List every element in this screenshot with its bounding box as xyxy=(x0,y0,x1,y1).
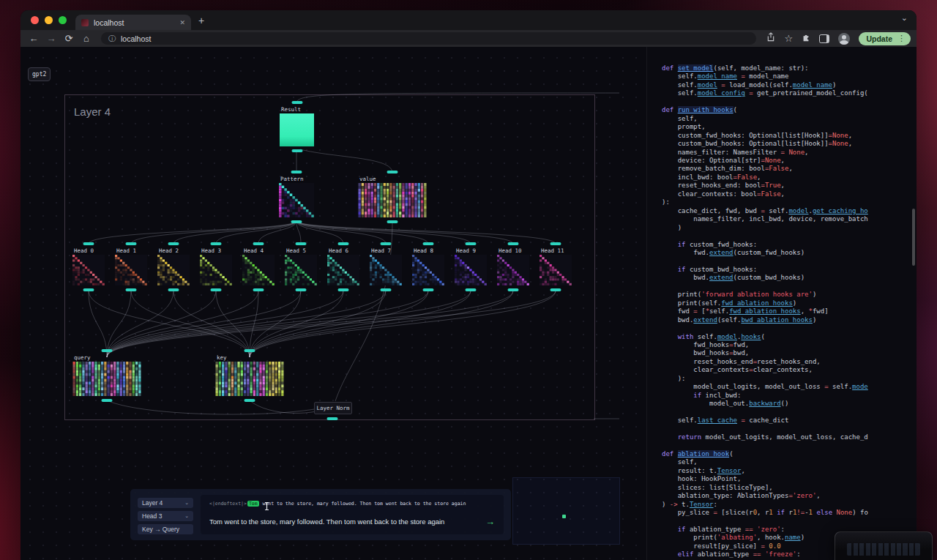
head-label: Head 7 xyxy=(371,247,391,254)
reload-icon[interactable]: ⟳ xyxy=(61,31,76,46)
tab-search-chevron-icon[interactable]: ⌄ xyxy=(901,13,908,23)
profile-avatar[interactable] xyxy=(838,33,850,45)
port xyxy=(508,242,519,245)
head-heatmap[interactable] xyxy=(455,255,487,285)
head-node-4[interactable]: Head 4 xyxy=(242,255,275,285)
head-heatmap[interactable] xyxy=(200,255,232,285)
browser-window: localhost ✕ + ⌄ ← → ⟳ ⌂ ⓘ localhost ☆ xyxy=(20,10,917,560)
layer-title: Layer 4 xyxy=(74,105,111,118)
key-heatmap[interactable] xyxy=(215,362,284,396)
model-chip[interactable]: gpt2 xyxy=(28,67,51,81)
desktop-wallpaper: localhost ✕ + ⌄ ← → ⟳ ⌂ ⓘ localhost ☆ xyxy=(0,0,937,560)
port xyxy=(126,288,137,291)
query-heatmap[interactable] xyxy=(72,362,141,396)
port xyxy=(466,288,477,291)
address-bar[interactable]: ⓘ localhost xyxy=(101,32,756,45)
port xyxy=(381,288,392,291)
back-icon[interactable]: ← xyxy=(26,31,41,46)
head-node-8[interactable]: Head 8 xyxy=(412,255,444,285)
head-node-7[interactable]: Head 7 xyxy=(370,255,402,285)
result-node[interactable]: Result xyxy=(280,113,314,146)
bookmark-star-icon[interactable]: ☆ xyxy=(781,31,796,46)
port xyxy=(291,220,302,223)
graph-canvas[interactable]: gpt2 Layer 4 Result Pattern xyxy=(20,47,647,560)
side-panel xyxy=(512,477,620,545)
browser-toolbar: ← → ⟳ ⌂ ⓘ localhost ☆ Update ⋮ xyxy=(20,30,917,47)
port xyxy=(83,288,94,291)
head-select[interactable]: Head 3 ⌄ xyxy=(138,511,193,521)
head-heatmap[interactable] xyxy=(285,255,317,285)
share-icon[interactable] xyxy=(764,31,778,46)
minimize-window-button[interactable] xyxy=(45,16,53,24)
port xyxy=(291,101,302,104)
head-node-3[interactable]: Head 3 xyxy=(200,255,232,285)
window-controls xyxy=(20,16,75,24)
head-node-11[interactable]: Head 11 xyxy=(540,255,572,285)
value-node[interactable]: value xyxy=(358,183,427,217)
home-icon[interactable]: ⌂ xyxy=(79,31,94,46)
head-heatmap[interactable] xyxy=(242,255,275,285)
update-button[interactable]: Update ⋮ xyxy=(859,32,911,45)
menu-kebab-icon[interactable]: ⋮ xyxy=(895,34,908,43)
port xyxy=(244,399,255,402)
head-heatmap[interactable] xyxy=(157,255,190,285)
layer-select[interactable]: Layer 4 ⌄ xyxy=(138,498,193,508)
head-heatmap[interactable] xyxy=(72,255,105,285)
submit-button[interactable]: → xyxy=(482,516,498,527)
head-label: Head 0 xyxy=(74,247,94,254)
pattern-label: Pattern xyxy=(280,176,304,182)
head-node-6[interactable]: Head 6 xyxy=(327,255,359,285)
prompt-input[interactable]: Tom went to the store, mary followed. Th… xyxy=(209,518,482,526)
head-node-9[interactable]: Head 9 xyxy=(455,255,487,285)
text-cursor xyxy=(264,501,270,514)
port xyxy=(338,242,349,245)
key-node[interactable]: key xyxy=(215,362,284,396)
io-area: <|endoftext|>Tom went to the store, mary… xyxy=(201,495,504,534)
value-heatmap[interactable] xyxy=(358,183,427,217)
head-node-2[interactable]: Head 2 xyxy=(157,255,190,285)
site-info-icon[interactable]: ⓘ xyxy=(108,34,116,44)
mode-select[interactable]: Key → Query xyxy=(138,524,193,534)
tab-close-icon[interactable]: ✕ xyxy=(179,19,185,26)
head-label: Head 3 xyxy=(201,247,221,254)
side-panel-icon[interactable] xyxy=(819,34,829,43)
page-content: gpt2 Layer 4 Result Pattern xyxy=(20,47,917,560)
tab-strip: localhost ✕ + ⌄ xyxy=(20,10,917,30)
close-window-button[interactable] xyxy=(31,16,39,24)
port xyxy=(102,349,113,352)
head-heatmap[interactable] xyxy=(412,255,444,285)
forward-icon[interactable]: → xyxy=(44,31,59,46)
port xyxy=(168,288,179,291)
head-node-10[interactable]: Head 10 xyxy=(497,255,529,285)
mode-select-value: Key → Query xyxy=(142,526,179,533)
browser-tab[interactable]: localhost ✕ xyxy=(75,15,191,30)
port xyxy=(168,242,179,245)
head-node-1[interactable]: Head 1 xyxy=(115,255,147,285)
new-tab-button[interactable]: + xyxy=(191,15,212,26)
port xyxy=(211,288,222,291)
maximize-window-button[interactable] xyxy=(59,16,67,24)
query-node[interactable]: query xyxy=(72,362,141,396)
extensions-puzzle-icon[interactable] xyxy=(799,31,813,46)
result-heatmap[interactable] xyxy=(280,113,314,146)
head-heatmap[interactable] xyxy=(115,255,147,285)
scrollbar-thumb[interactable] xyxy=(912,209,915,266)
head-node-0[interactable]: Head 0 xyxy=(72,255,105,285)
layernorm-node[interactable]: Layer Norm xyxy=(314,402,351,414)
pattern-node[interactable]: Pattern xyxy=(279,183,314,217)
head-heatmap[interactable] xyxy=(497,255,529,285)
port xyxy=(423,288,434,291)
head-heatmap[interactable] xyxy=(370,255,402,285)
pattern-heatmap[interactable] xyxy=(279,183,314,217)
port xyxy=(327,417,338,420)
port xyxy=(291,149,302,152)
head-heatmap[interactable] xyxy=(327,255,359,285)
pip-window[interactable] xyxy=(835,531,933,560)
token-strip[interactable]: <|endoftext|>Tom went to the store, mary… xyxy=(209,501,498,507)
code-panel[interactable]: def set_model(self, model_name: str): se… xyxy=(646,47,917,560)
head-heatmap[interactable] xyxy=(540,255,572,285)
selected-token[interactable]: Tom xyxy=(247,501,259,507)
selects-column: Layer 4 ⌄ Head 3 ⌄ Key → Query xyxy=(138,498,193,537)
head-node-5[interactable]: Head 5 xyxy=(285,255,317,285)
head-label: Head 5 xyxy=(286,247,306,254)
